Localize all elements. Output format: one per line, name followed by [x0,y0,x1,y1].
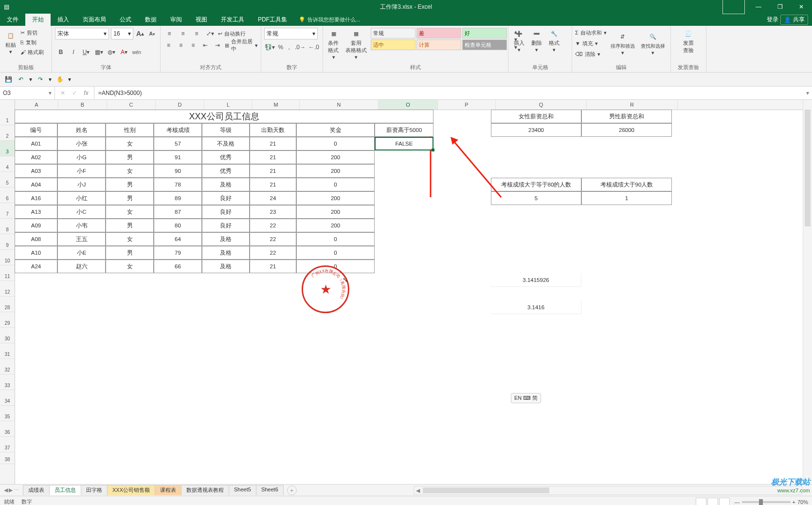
row-header-11[interactable]: 11 [0,265,15,281]
table-cell[interactable]: 不及格 [202,137,250,150]
zoom-slider-thumb[interactable] [759,499,763,505]
table-cell[interactable]: 23 [250,205,296,219]
column-header-M[interactable]: M [253,100,300,110]
column-header-C[interactable]: C [107,100,156,110]
accounting-format-button[interactable]: 💱▾ [264,41,275,53]
side-header[interactable]: 女性薪资总和 [491,110,581,123]
table-cell[interactable]: 优秀 [202,150,250,164]
table-cell[interactable]: A04 [15,178,57,191]
shrink-font-button[interactable]: A▾ [147,28,157,39]
tab-page-layout[interactable]: 页面布局 [76,14,113,26]
table-cell[interactable]: A10 [15,246,57,260]
style-check-cell[interactable]: 检查单元格 [462,39,507,50]
table-cell[interactable]: 21 [250,164,296,178]
table-header[interactable]: 奖金 [296,123,375,137]
row-header-33[interactable]: 33 [0,374,15,390]
expand-formula-bar-button[interactable]: ▾ [803,90,812,96]
tab-nav-prev[interactable]: ◀ [4,487,8,493]
table-cell[interactable]: 22 [250,246,296,260]
table-cell[interactable]: 24 [250,191,296,205]
login-link[interactable]: 登录 [767,16,778,24]
wrap-text-button[interactable]: ↩自动换行 [218,29,246,38]
column-header-R[interactable]: R [587,100,678,110]
table-cell[interactable]: A09 [15,219,57,232]
table-cell[interactable]: 小张 [57,137,106,150]
table-cell[interactable]: 64 [154,232,202,246]
style-calculation[interactable]: 计算 [416,39,461,50]
column-header-D[interactable]: D [156,100,204,110]
table-cell[interactable]: 21 [250,137,296,150]
insert-cells-button[interactable]: ➕插入▾ [511,28,527,53]
side-cell[interactable]: 3.1416 [491,300,581,314]
zoom-value[interactable]: 70% [797,499,808,505]
table-cell[interactable]: 男 [106,246,154,260]
table-cell[interactable]: 及格 [202,260,250,273]
table-cell[interactable]: 良好 [202,205,250,219]
tab-insert[interactable]: 插入 [51,14,76,26]
table-cell[interactable]: 22 [250,232,296,246]
table-cell[interactable]: 女 [106,205,154,219]
table-cell[interactable]: 王五 [57,232,106,246]
table-cell[interactable]: 小J [57,178,106,191]
enter-formula-button[interactable]: ✓ [70,90,79,96]
table-cell[interactable]: 及格 [202,246,250,260]
invoice-check-button[interactable]: 🧾发票 查验 [674,28,703,54]
table-header[interactable]: 薪资高于5000 [375,123,433,137]
format-painter-button[interactable]: 🖌格式刷 [20,47,44,57]
vertical-scrollbar[interactable] [803,100,812,484]
row-header-10[interactable]: 10 [0,250,15,265]
paste-button[interactable]: 📋 粘贴 ▾ [3,30,18,55]
find-select-button[interactable]: 🔍查找和选择▾ [639,31,667,56]
row-header-5[interactable]: 5 [0,172,15,187]
sheet-tab[interactable]: Sheet6 [256,485,284,495]
bold-button[interactable]: B [55,46,67,58]
tab-file[interactable]: 文件 [0,14,25,26]
column-header-P[interactable]: P [438,100,496,110]
table-cell[interactable]: 200 [296,205,375,219]
sheet-tab[interactable]: 成绩表 [23,485,50,495]
close-button[interactable]: ✕ [791,0,812,14]
side-cell[interactable]: 23400 [491,123,581,137]
table-cell[interactable]: 0 [296,232,375,246]
table-cell[interactable]: 87 [154,205,202,219]
sheet-tab[interactable]: Sheet5 [229,485,256,495]
decrease-indent-button[interactable]: ⇤ [200,39,211,51]
sheet-tab[interactable]: 田字格 [81,485,108,495]
company-seal-stamp[interactable]: ★ 广州XX有限公司（有限合伙） [302,265,349,313]
fill-color-button[interactable]: ◍▾ [106,46,117,58]
view-normal-button[interactable] [696,498,706,505]
format-as-table-button[interactable]: ▦套用 表格格式▾ [343,28,369,60]
cancel-formula-button[interactable]: ✕ [58,90,68,96]
side-cell[interactable]: 26000 [581,123,672,137]
table-cell[interactable]: 21 [250,178,296,191]
tab-pdf-tools[interactable]: PDF工具集 [251,14,294,26]
table-cell[interactable]: 200 [296,219,375,232]
copy-button[interactable]: ⎘复制 [20,37,44,47]
font-name-select[interactable]: 宋体▾ [55,28,109,39]
qat-touch-button[interactable]: ✋ [55,75,64,84]
side-header[interactable]: 考核成绩大于等于80的人数 [491,178,581,191]
phonetic-button[interactable]: wén [131,46,143,58]
table-cell[interactable]: 89 [154,191,202,205]
percent-button[interactable]: % [277,41,284,53]
table-cell[interactable]: 0 [296,137,375,150]
column-header-A[interactable]: A [15,100,58,110]
table-cell[interactable]: 及格 [202,232,250,246]
column-header-O[interactable]: O [379,100,438,110]
zoom-out-button[interactable]: — [735,499,740,505]
table-title[interactable]: XXX公司员工信息 [15,110,433,123]
table-cell[interactable]: 57 [154,137,202,150]
name-box[interactable]: O3 ▾ [0,87,55,99]
table-cell[interactable]: 小E [57,246,106,260]
font-color-button[interactable]: A▾ [118,46,130,58]
row-header-28[interactable]: 28 [0,297,15,312]
fill-button[interactable]: ▼填充▾ [575,38,607,48]
table-cell[interactable]: 小韦 [57,219,106,232]
table-header[interactable]: 性别 [106,123,154,137]
table-cell[interactable]: 21 [250,150,296,164]
row-header-34[interactable]: 34 [0,390,15,406]
increase-indent-button[interactable]: ⇥ [213,39,223,51]
column-header-L[interactable]: L [204,100,253,110]
table-cell[interactable]: 200 [296,191,375,205]
delete-cells-button[interactable]: ➖删除▾ [529,28,544,53]
